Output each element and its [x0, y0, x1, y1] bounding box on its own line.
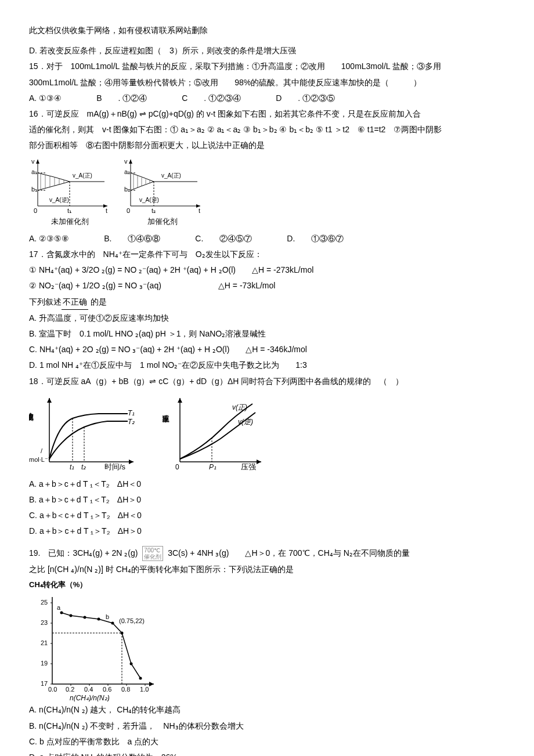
svg-text:P₁: P₁ — [209, 463, 217, 471]
svg-text:0.0: 0.0 — [48, 686, 57, 693]
svg-marker-44 — [47, 398, 52, 403]
q19-c: C. b 点对应的平衡常数比 a 点的大 — [29, 735, 505, 749]
q15-options: A. ①③④ B . ①②④ C . ①②③④ D . ①②③⑤ — [29, 91, 505, 106]
q18-stem: 18．可逆反应 aA（g）+ bB（g）⇌ cC（g）+ dD（g）ΔH 同时符… — [29, 374, 505, 389]
svg-marker-56 — [257, 460, 261, 464]
svg-text:21: 21 — [41, 639, 48, 646]
svg-text:a₂: a₂ — [124, 168, 130, 175]
svg-point-92 — [84, 616, 86, 619]
svg-marker-67 — [149, 682, 154, 686]
q14-option-d: D. 若改变反应条件，反应进程如图（ 3）所示，则改变的条件是增大压强 — [29, 44, 505, 58]
svg-text:23: 23 — [41, 619, 48, 626]
q15-d: D . ①②③⑤ — [276, 91, 335, 106]
q18-fig-2: v(正) v(逆) P₁ 压强 反应速率 0 — [163, 392, 267, 473]
svg-text:v_A(正): v_A(正) — [161, 172, 181, 179]
q19-d: D. a 点对应的 NH₃的体积分数约为 26% — [29, 750, 505, 756]
q16-stem-1: 16．可逆反应 mA(g)＋nB(g) ⇌ pC(g)+qD(g) 的 v-t … — [29, 107, 505, 121]
q17-b: B. 室温下时 0.1 mol/L HNO ₂(aq) pH ＞1，则 NaNO… — [29, 327, 505, 341]
svg-text:反应速率: 反应速率 — [163, 415, 170, 423]
q19-b: B. n(CH₄)/n(N ₂) 不变时，若升温， NH₃的体积分数会增大 — [29, 719, 505, 733]
q16-figures: tv a₁b₁ t₁ v_A(正) v_A(逆) 0 未加催化剂 tv a₂b₂ — [29, 157, 505, 228]
q18-c: C. a＋b＜c＋d T ₁＞T₂ ΔH＜0 — [29, 508, 505, 523]
q19-figure: 17 19 21 23 25 0.0 0.2 0.4 0.6 0.8 1.0 a… — [29, 591, 505, 701]
svg-marker-3 — [36, 160, 39, 164]
q17-a: A. 升高温度，可使①②反应速率均加快 — [29, 311, 505, 325]
q19-stem-2: 之比 [n(CH ₄)/n(N ₂)] 时 CH₄的平衡转化率如下图所示：下列说… — [29, 562, 505, 577]
svg-text:生成物浓度: 生成物浓度 — [29, 413, 34, 421]
svg-text:0.2: 0.2 — [66, 686, 74, 693]
svg-text:v: v — [124, 158, 128, 165]
svg-text:1.0: 1.0 — [140, 686, 149, 693]
q17-stem-2: 下列叙述不正确 的是 — [29, 295, 505, 310]
svg-text:T₂: T₂ — [128, 418, 135, 426]
svg-text:b₂: b₂ — [124, 186, 130, 193]
svg-text:19: 19 — [41, 660, 48, 667]
svg-text:t: t — [106, 207, 107, 214]
q15-c: C . ①②③④ — [182, 91, 241, 106]
svg-text:17: 17 — [41, 680, 48, 687]
svg-text:T₁: T₁ — [128, 409, 135, 417]
q15-a: A. ①③④ — [29, 91, 62, 106]
svg-text:时间/s: 时间/s — [104, 462, 126, 471]
q16-c: C. ②④⑤⑦ — [195, 231, 252, 246]
svg-text:v_A(正): v_A(正) — [73, 172, 92, 179]
q19-chart-title: CH₄转化率（%） — [29, 578, 505, 591]
q17-eq2: ② NO₂⁻(aq) + 1/2O ₂(g) = NO ₃⁻(aq) △H = … — [29, 278, 505, 293]
svg-text:t: t — [199, 207, 200, 214]
svg-marker-58 — [178, 398, 182, 403]
svg-point-91 — [70, 614, 73, 617]
q16-d: D. ①③⑥⑦ — [287, 231, 344, 246]
svg-text:t₂: t₂ — [81, 463, 86, 471]
q15-stem-1: 15．对于 100mL1mol/L 盐酸与铁片的反应，采取下列措施：①升高温度；… — [29, 59, 505, 74]
q19-a: A. n(CH₄)/n(N ₂) 越大， CH₄的转化率越高 — [29, 703, 505, 717]
svg-point-97 — [139, 677, 142, 680]
q16-fig-1: tv a₁b₁ t₁ v_A(正) v_A(逆) 0 未加催化剂 — [29, 157, 110, 228]
svg-text:0: 0 — [175, 463, 179, 471]
q16-stem-2: 适的催化剂，则其 v-t 图像如下右图：① a₁＞a₂ ② a₁＜a₂ ③ b₁… — [29, 122, 505, 137]
q17-d: D. 1 mol NH ₄⁺在①反应中与 1 mol NO₂⁻在②反应中失电子数… — [29, 358, 505, 372]
svg-text:n(CH₄)/n(N₂): n(CH₄)/n(N₂) — [70, 694, 110, 701]
svg-text:(0.75,22): (0.75,22) — [119, 617, 145, 624]
svg-text:v: v — [31, 158, 35, 165]
svg-text:v(逆): v(逆) — [238, 418, 253, 426]
q16-fig-2: tv a₂b₂ t₂ v_A(正) v_A(逆) 0 加催化剂 — [122, 157, 203, 228]
svg-text:v_A(逆): v_A(逆) — [49, 197, 69, 203]
svg-text:压强: 压强 — [241, 462, 256, 471]
q19-stem-1b: 3C(s) + 4NH ₃(g) △H＞0，在 700℃，CH₄与 N₂在不同物… — [168, 548, 410, 558]
svg-marker-24 — [129, 160, 132, 164]
q15-b: B . ①②④ — [96, 91, 147, 106]
svg-text:b: b — [106, 613, 109, 620]
q18-a: A. a＋b＞c＋d T ₁＜T₂ ΔH＜0 — [29, 477, 505, 491]
svg-text:0.6: 0.6 — [103, 686, 111, 693]
q17-c: C. NH₄⁺(aq) + 2O ₂(g) = NO ₃⁻(aq) + 2H ⁺… — [29, 342, 505, 357]
svg-text:0.8: 0.8 — [121, 686, 130, 693]
svg-text:v(正): v(正) — [232, 403, 247, 411]
q17-stem-1: 17．含氮废水中的 NH₄⁺在一定条件下可与 O₂发生以下反应： — [29, 247, 505, 262]
q16-fig2-caption: 加催化剂 — [122, 215, 203, 228]
svg-text:0: 0 — [34, 207, 37, 214]
header-note: 此文档仅供收集于网络，如有侵权请联系网站删除 — [29, 23, 505, 38]
q16-b: B. ①④⑥⑧ — [104, 231, 160, 246]
q18-fig-1: T₁ T₂ t₁ t₂ 时间/s 生成物浓度 mol·L⁻¹ / — [29, 392, 139, 473]
q15-stem-2: 300mL1mol/L 盐酸；④用等量铁粉代替铁片；⑤改用 98%的硫酸。其中能… — [29, 75, 505, 90]
svg-text:0.4: 0.4 — [84, 686, 93, 693]
svg-marker-42 — [129, 460, 134, 464]
svg-text:v_A(逆): v_A(逆) — [139, 197, 159, 203]
q16-stem-3: 部分面积相等 ⑧右图中阴影部分面积更大，以上说法中正确的是 — [29, 138, 505, 153]
svg-text:mol·L⁻¹: mol·L⁻¹ — [29, 456, 50, 463]
q16-a: A. ②③⑤⑧ — [29, 231, 69, 246]
q18-b: B. a＋b＞c＋d T ₁＜T₂ ΔH＞0 — [29, 493, 505, 507]
svg-text:a: a — [57, 604, 61, 611]
svg-text:t₁: t₁ — [67, 207, 71, 214]
q17-eq1: ① NH₄⁺(aq) + 3/2O ₂(g) = NO ₂⁻(aq) + 2H … — [29, 263, 505, 277]
q18-d: D. a＋b＞c＋d T ₁＞T₂ ΔH＞0 — [29, 524, 505, 538]
q16-options: A. ②③⑤⑧ B. ①④⑥⑧ C. ②④⑤⑦ D. ①③⑥⑦ — [29, 231, 505, 246]
reaction-condition-icon: 700℃催化剂 — [142, 546, 163, 561]
svg-text:a₁: a₁ — [31, 168, 37, 175]
svg-text:b₁: b₁ — [31, 186, 37, 193]
q16-fig1-caption: 未加催化剂 — [29, 215, 110, 228]
q19-stem-1: 19. 已知：3CH₄(g) + 2N ₂(g) 700℃催化剂 3C(s) +… — [29, 546, 505, 561]
svg-text:0: 0 — [127, 207, 130, 214]
svg-text:25: 25 — [41, 599, 48, 606]
q18-figures: T₁ T₂ t₁ t₂ 时间/s 生成物浓度 mol·L⁻¹ / v(正) v(… — [29, 392, 505, 473]
